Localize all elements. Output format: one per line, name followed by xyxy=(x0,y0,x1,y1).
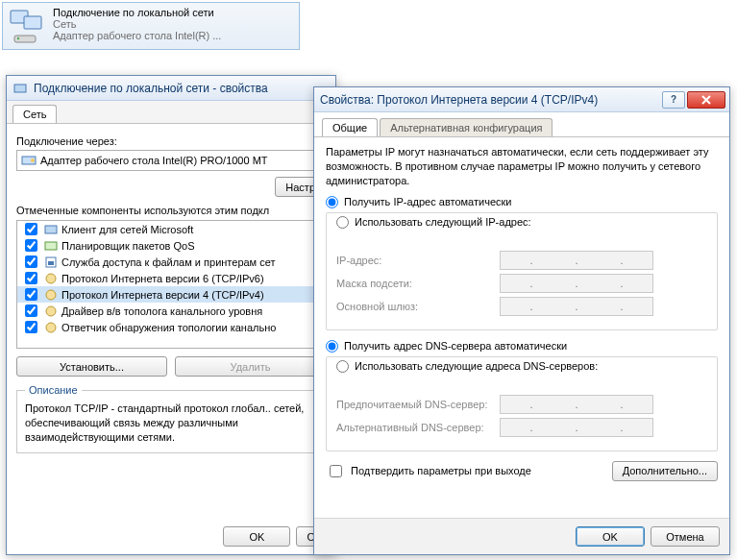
validate-label: Подтвердить параметры при выходе xyxy=(351,465,531,476)
window-title: Свойства: Протокол Интернета версии 4 (T… xyxy=(320,93,656,107)
install-button[interactable]: Установить... xyxy=(16,356,167,377)
titlebar[interactable]: Подключение по локальной сети - свойства xyxy=(7,76,335,101)
gateway-field: ... xyxy=(500,297,653,316)
list-item[interactable]: Драйвер в/в тополога канального уровня xyxy=(17,303,325,319)
qos-icon xyxy=(44,239,58,253)
radio-dns-manual[interactable]: Использовать следующие адреса DNS-сервер… xyxy=(332,360,602,373)
radio-ip-auto[interactable]: Получить IP-адрес автоматически xyxy=(326,196,718,208)
protocol-icon xyxy=(44,272,58,285)
tabstrip: Сеть xyxy=(7,101,335,124)
svg-rect-7 xyxy=(45,226,57,233)
radio-input[interactable] xyxy=(326,340,338,353)
component-label: Ответчик обнаружения топологии канально xyxy=(61,322,276,333)
adapter-field[interactable]: Адаптер рабочего стола Intel(R) PRO/1000… xyxy=(16,150,326,171)
protocol-icon xyxy=(44,288,58,302)
tab-network[interactable]: Сеть xyxy=(12,105,57,123)
list-item[interactable]: Клиент для сетей Microsoft xyxy=(17,221,325,237)
radio-dns-auto[interactable]: Получить адрес DNS-сервера автоматически xyxy=(326,340,718,353)
responder-icon xyxy=(44,321,58,334)
adapter-icon xyxy=(21,153,37,168)
svg-point-13 xyxy=(46,306,56,316)
description-legend: Описание xyxy=(25,384,82,396)
radio-input[interactable] xyxy=(326,196,338,208)
component-label: Планировщик пакетов QoS xyxy=(61,240,195,252)
connection-network: Сеть xyxy=(53,18,221,30)
info-text: Параметры IP могут назначаться автоматич… xyxy=(326,145,718,188)
ip-address-field: ... xyxy=(500,251,653,270)
close-button[interactable] xyxy=(687,91,725,109)
description-text: Протокол TCP/IP - стандартный протокол г… xyxy=(25,402,317,445)
connection-properties-window: Подключение по локальной сети - свойства… xyxy=(6,75,336,555)
radio-label: Использовать следующий IP-адрес: xyxy=(355,216,531,228)
dialog-buttons: OK Отмена xyxy=(314,518,729,554)
component-label: Протокол Интернета версии 6 (TCP/IPv6) xyxy=(61,273,264,284)
dns-manual-group: Использовать следующие адреса DNS-сервер… xyxy=(326,356,718,451)
svg-point-12 xyxy=(46,290,56,300)
window-title: Подключение по локальной сети - свойства xyxy=(34,82,332,95)
titlebar[interactable]: Свойства: Протокол Интернета версии 4 (T… xyxy=(314,87,729,112)
subnet-mask-field: ... xyxy=(500,274,653,293)
connection-adapter: Адаптер рабочего стола Intel(R) ... xyxy=(53,30,221,41)
client-icon xyxy=(44,223,58,236)
svg-point-6 xyxy=(31,158,35,162)
connection-banner[interactable]: Подключение по локальной сети Сеть Адапт… xyxy=(2,2,300,50)
subnet-mask-label: Маска подсети: xyxy=(336,278,500,289)
component-checkbox[interactable] xyxy=(25,256,37,268)
list-item[interactable]: Протокол Интернета версии 4 (TCP/IPv4) xyxy=(17,286,325,303)
network-icon xyxy=(12,81,28,96)
tabstrip: Общие Альтернативная конфигурация xyxy=(314,112,729,137)
ip-address-label: IP-адрес: xyxy=(336,255,500,266)
component-checkbox[interactable] xyxy=(25,304,37,317)
help-button[interactable]: ? xyxy=(662,91,685,109)
components-label: Отмеченные компоненты используются этим … xyxy=(16,205,326,216)
component-checkbox[interactable] xyxy=(25,272,37,284)
dns-alternate-field: ... xyxy=(500,418,653,437)
list-item[interactable]: Протокол Интернета версии 6 (TCP/IPv6) xyxy=(17,270,325,286)
components-list[interactable]: Клиент для сетей Microsoft Планировщик п… xyxy=(16,220,326,349)
component-label: Протокол Интернета версии 4 (TCP/IPv4) xyxy=(61,289,264,301)
dns-preferred-field: ... xyxy=(500,395,653,414)
svg-rect-10 xyxy=(48,261,54,265)
description-group: Описание Протокол TCP/IP - стандартный п… xyxy=(16,384,326,453)
adapter-name: Адаптер рабочего стола Intel(R) PRO/1000… xyxy=(40,155,268,166)
svg-rect-1 xyxy=(24,16,41,29)
list-item[interactable]: Планировщик пакетов QoS xyxy=(17,237,325,254)
svg-point-11 xyxy=(46,274,56,283)
component-checkbox[interactable] xyxy=(25,223,37,235)
tab-general[interactable]: Общие xyxy=(322,118,378,136)
svg-rect-4 xyxy=(14,85,26,92)
component-checkbox[interactable] xyxy=(25,239,37,252)
driver-icon xyxy=(44,304,58,318)
radio-label: Получить IP-адрес автоматически xyxy=(344,196,511,207)
ok-button[interactable]: OK xyxy=(223,526,290,547)
ok-button[interactable]: OK xyxy=(576,526,645,547)
component-label: Клиент для сетей Microsoft xyxy=(61,224,193,235)
dns-preferred-label: Предпочитаемый DNS-сервер: xyxy=(336,399,500,410)
dns-alternate-label: Альтернативный DNS-сервер: xyxy=(336,422,500,433)
close-icon xyxy=(700,95,712,105)
radio-input[interactable] xyxy=(336,360,349,373)
connect-via-label: Подключение через: xyxy=(16,135,326,147)
ipv4-properties-window: Свойства: Протокол Интернета версии 4 (T… xyxy=(313,86,730,555)
radio-input[interactable] xyxy=(336,216,349,229)
tab-alternate-config[interactable]: Альтернативная конфигурация xyxy=(380,118,553,136)
list-item[interactable]: Ответчик обнаружения топологии канально xyxy=(17,319,325,335)
component-label: Драйвер в/в тополога канального уровня xyxy=(61,305,262,317)
component-checkbox[interactable] xyxy=(25,321,37,333)
component-checkbox[interactable] xyxy=(25,288,37,301)
validate-checkbox[interactable] xyxy=(330,465,342,477)
uninstall-button[interactable]: Удалить xyxy=(175,356,326,377)
svg-rect-8 xyxy=(45,242,57,250)
connection-title: Подключение по локальной сети xyxy=(53,7,221,18)
list-item[interactable]: Служба доступа к файлам и принтерам сет xyxy=(17,254,325,270)
cancel-button[interactable]: Отмена xyxy=(651,526,720,547)
component-label: Служба доступа к файлам и принтерам сет xyxy=(61,256,276,268)
radio-ip-manual[interactable]: Использовать следующий IP-адрес: xyxy=(332,216,535,229)
gateway-label: Основной шлюз: xyxy=(336,301,500,312)
network-monitors-icon xyxy=(9,7,47,47)
radio-label: Использовать следующие адреса DNS-сервер… xyxy=(355,360,598,372)
ip-manual-group: Использовать следующий IP-адрес: IP-адре… xyxy=(326,212,718,330)
advanced-button[interactable]: Дополнительно... xyxy=(612,461,718,481)
svg-point-14 xyxy=(46,323,56,332)
radio-label: Получить адрес DNS-сервера автоматически xyxy=(344,340,567,352)
